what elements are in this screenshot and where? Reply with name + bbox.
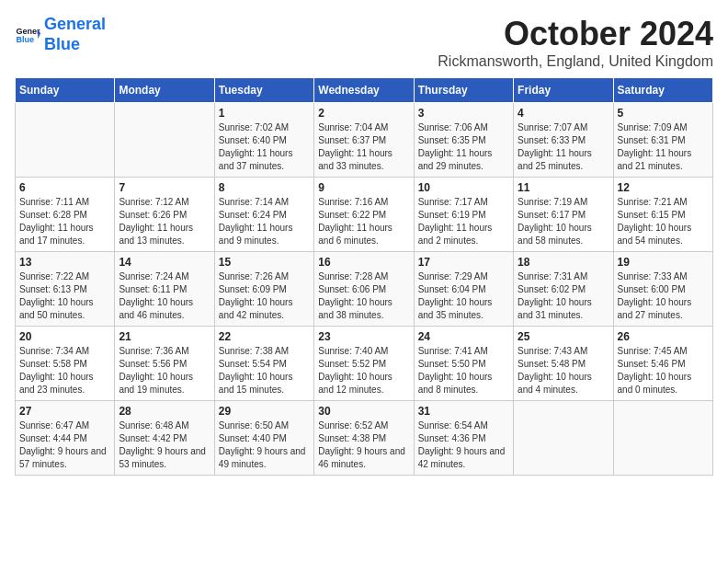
- title-block: October 2024 Rickmansworth, England, Uni…: [438, 15, 713, 70]
- calendar-day-cell: [16, 103, 115, 178]
- day-info: Sunrise: 6:48 AMSunset: 4:42 PMDaylight:…: [119, 419, 210, 471]
- day-number: 25: [518, 330, 609, 343]
- calendar-week-row: 20Sunrise: 7:34 AMSunset: 5:58 PMDayligh…: [16, 327, 713, 401]
- calendar-table: SundayMondayTuesdayWednesdayThursdayFrid…: [15, 77, 713, 476]
- day-number: 20: [19, 330, 110, 343]
- day-number: 26: [618, 330, 709, 343]
- weekday-header: Wednesday: [314, 78, 414, 103]
- day-info: Sunrise: 7:31 AMSunset: 6:02 PMDaylight:…: [518, 270, 609, 322]
- day-number: 30: [318, 405, 409, 418]
- weekday-header-row: SundayMondayTuesdayWednesdayThursdayFrid…: [16, 78, 713, 103]
- day-info: Sunrise: 7:12 AMSunset: 6:26 PMDaylight:…: [119, 196, 210, 247]
- day-info: Sunrise: 7:17 AMSunset: 6:19 PMDaylight:…: [418, 196, 509, 247]
- logo-icon: General Blue: [15, 22, 40, 48]
- day-info: Sunrise: 6:52 AMSunset: 4:38 PMDaylight:…: [318, 419, 409, 471]
- calendar-day-cell: 11Sunrise: 7:19 AMSunset: 6:17 PMDayligh…: [514, 178, 613, 252]
- calendar-day-cell: 25Sunrise: 7:43 AMSunset: 5:48 PMDayligh…: [514, 327, 613, 401]
- calendar-week-row: 27Sunrise: 6:47 AMSunset: 4:44 PMDayligh…: [16, 401, 713, 476]
- day-number: 17: [418, 256, 509, 269]
- calendar-day-cell: 2Sunrise: 7:04 AMSunset: 6:37 PMDaylight…: [314, 103, 414, 178]
- day-info: Sunrise: 6:50 AMSunset: 4:40 PMDaylight:…: [219, 419, 310, 471]
- calendar-day-cell: 26Sunrise: 7:45 AMSunset: 5:46 PMDayligh…: [613, 327, 712, 401]
- day-number: 12: [618, 181, 709, 194]
- day-info: Sunrise: 7:19 AMSunset: 6:17 PMDaylight:…: [518, 196, 609, 247]
- day-number: 9: [318, 181, 409, 194]
- day-info: Sunrise: 6:47 AMSunset: 4:44 PMDaylight:…: [19, 419, 110, 471]
- calendar-day-cell: 17Sunrise: 7:29 AMSunset: 6:04 PMDayligh…: [414, 252, 513, 327]
- day-info: Sunrise: 7:24 AMSunset: 6:11 PMDaylight:…: [119, 270, 210, 322]
- svg-text:General: General: [16, 26, 40, 35]
- weekday-header: Thursday: [414, 78, 513, 103]
- calendar-day-cell: 30Sunrise: 6:52 AMSunset: 4:38 PMDayligh…: [314, 401, 414, 476]
- day-number: 24: [418, 330, 509, 343]
- day-number: 19: [618, 256, 709, 269]
- calendar-day-cell: 22Sunrise: 7:38 AMSunset: 5:54 PMDayligh…: [214, 327, 313, 401]
- day-number: 29: [219, 405, 310, 418]
- calendar-day-cell: 7Sunrise: 7:12 AMSunset: 6:26 PMDaylight…: [115, 178, 214, 252]
- day-info: Sunrise: 7:07 AMSunset: 6:33 PMDaylight:…: [518, 121, 609, 173]
- day-info: Sunrise: 7:33 AMSunset: 6:00 PMDaylight:…: [618, 270, 709, 322]
- day-number: 18: [518, 256, 609, 269]
- day-number: 16: [318, 256, 409, 269]
- day-number: 31: [418, 405, 509, 418]
- calendar-day-cell: [613, 401, 712, 476]
- weekday-header: Saturday: [613, 78, 712, 103]
- day-number: 3: [418, 107, 509, 120]
- day-info: Sunrise: 7:36 AMSunset: 5:56 PMDaylight:…: [119, 345, 210, 396]
- month-title: October 2024: [438, 15, 713, 53]
- calendar-day-cell: 3Sunrise: 7:06 AMSunset: 6:35 PMDaylight…: [414, 103, 513, 178]
- calendar-day-cell: 5Sunrise: 7:09 AMSunset: 6:31 PMDaylight…: [613, 103, 712, 178]
- calendar-week-row: 1Sunrise: 7:02 AMSunset: 6:40 PMDaylight…: [16, 103, 713, 178]
- day-info: Sunrise: 7:28 AMSunset: 6:06 PMDaylight:…: [318, 270, 409, 322]
- day-number: 8: [219, 181, 310, 194]
- day-number: 7: [119, 181, 210, 194]
- day-number: 27: [19, 405, 110, 418]
- weekday-header: Monday: [115, 78, 214, 103]
- day-info: Sunrise: 7:43 AMSunset: 5:48 PMDaylight:…: [518, 345, 609, 396]
- day-number: 6: [19, 181, 110, 194]
- day-number: 14: [119, 256, 210, 269]
- day-info: Sunrise: 7:38 AMSunset: 5:54 PMDaylight:…: [219, 345, 310, 396]
- day-number: 5: [618, 107, 709, 120]
- logo: General Blue GeneralBlue: [15, 15, 106, 54]
- calendar-day-cell: 9Sunrise: 7:16 AMSunset: 6:22 PMDaylight…: [314, 178, 414, 252]
- day-number: 28: [119, 405, 210, 418]
- calendar-week-row: 13Sunrise: 7:22 AMSunset: 6:13 PMDayligh…: [16, 252, 713, 327]
- calendar-day-cell: 15Sunrise: 7:26 AMSunset: 6:09 PMDayligh…: [214, 252, 313, 327]
- calendar-day-cell: 18Sunrise: 7:31 AMSunset: 6:02 PMDayligh…: [514, 252, 613, 327]
- calendar-week-row: 6Sunrise: 7:11 AMSunset: 6:28 PMDaylight…: [16, 178, 713, 252]
- day-info: Sunrise: 7:26 AMSunset: 6:09 PMDaylight:…: [219, 270, 310, 322]
- calendar-day-cell: 16Sunrise: 7:28 AMSunset: 6:06 PMDayligh…: [314, 252, 414, 327]
- day-number: 22: [219, 330, 310, 343]
- calendar-day-cell: 21Sunrise: 7:36 AMSunset: 5:56 PMDayligh…: [115, 327, 214, 401]
- calendar-day-cell: 14Sunrise: 7:24 AMSunset: 6:11 PMDayligh…: [115, 252, 214, 327]
- calendar-day-cell: 20Sunrise: 7:34 AMSunset: 5:58 PMDayligh…: [16, 327, 115, 401]
- day-number: 13: [19, 256, 110, 269]
- calendar-day-cell: 10Sunrise: 7:17 AMSunset: 6:19 PMDayligh…: [414, 178, 513, 252]
- day-info: Sunrise: 7:21 AMSunset: 6:15 PMDaylight:…: [618, 196, 709, 247]
- day-info: Sunrise: 7:14 AMSunset: 6:24 PMDaylight:…: [219, 196, 310, 247]
- day-info: Sunrise: 7:09 AMSunset: 6:31 PMDaylight:…: [618, 121, 709, 173]
- day-number: 2: [318, 107, 409, 120]
- day-number: 1: [219, 107, 310, 120]
- day-info: Sunrise: 7:02 AMSunset: 6:40 PMDaylight:…: [219, 121, 310, 173]
- day-info: Sunrise: 7:04 AMSunset: 6:37 PMDaylight:…: [318, 121, 409, 173]
- calendar-day-cell: 4Sunrise: 7:07 AMSunset: 6:33 PMDaylight…: [514, 103, 613, 178]
- day-number: 11: [518, 181, 609, 194]
- calendar-day-cell: [115, 103, 214, 178]
- day-info: Sunrise: 7:40 AMSunset: 5:52 PMDaylight:…: [318, 345, 409, 396]
- page-header: General Blue GeneralBlue October 2024 Ri…: [15, 15, 713, 70]
- day-number: 15: [219, 256, 310, 269]
- calendar-day-cell: 8Sunrise: 7:14 AMSunset: 6:24 PMDaylight…: [214, 178, 313, 252]
- location: Rickmansworth, England, United Kingdom: [438, 53, 713, 70]
- day-info: Sunrise: 7:22 AMSunset: 6:13 PMDaylight:…: [19, 270, 110, 322]
- weekday-header: Friday: [514, 78, 613, 103]
- day-info: Sunrise: 7:34 AMSunset: 5:58 PMDaylight:…: [19, 345, 110, 396]
- day-info: Sunrise: 7:29 AMSunset: 6:04 PMDaylight:…: [418, 270, 509, 322]
- day-info: Sunrise: 7:45 AMSunset: 5:46 PMDaylight:…: [618, 345, 709, 396]
- calendar-day-cell: 12Sunrise: 7:21 AMSunset: 6:15 PMDayligh…: [613, 178, 712, 252]
- weekday-header: Tuesday: [214, 78, 313, 103]
- svg-text:Blue: Blue: [16, 35, 34, 44]
- calendar-day-cell: 13Sunrise: 7:22 AMSunset: 6:13 PMDayligh…: [16, 252, 115, 327]
- day-number: 21: [119, 330, 210, 343]
